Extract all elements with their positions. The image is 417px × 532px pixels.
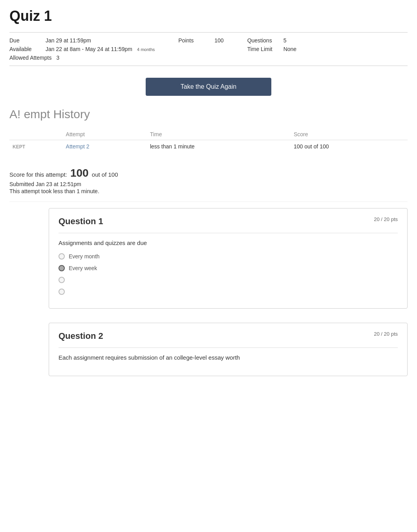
answer-label-q1-opt2: Every week <box>69 265 97 271</box>
questions-row: Questions 5 <box>247 37 296 44</box>
question-2-header: Question 2 20 / 20 pts <box>59 331 398 341</box>
available-value: Jan 22 at 8am - May 24 at 11:59pm <box>46 46 132 52</box>
q1-divider <box>59 233 398 233</box>
attempt-score-cell: 100 out of 100 <box>291 140 408 153</box>
available-row: Available Jan 22 at 8am - May 24 at 11:5… <box>9 46 155 52</box>
question-1-text: Assignments and quizzes are due <box>59 239 398 246</box>
attempt-history-table: Attempt Time Score KEPT Attempt 2 less t… <box>9 129 408 153</box>
points-label: Points <box>178 37 210 44</box>
answer-option-2: Every week <box>59 265 398 271</box>
question-2-title: Question 2 <box>59 331 103 341</box>
available-note: 4 months <box>137 47 155 52</box>
radio-q1-opt4 <box>59 289 65 295</box>
answer-label-q1-opt1: Every month <box>69 253 100 260</box>
question-1-title: Question 1 <box>59 216 103 227</box>
question-1-pts: 20 / 20 pts <box>374 216 398 222</box>
time-limit-label: Time Limit <box>247 46 279 52</box>
points-value: 100 <box>214 37 223 44</box>
questions-label: Questions <box>247 37 279 44</box>
attempt-detail-section: Score for this attempt: 100 out of 100 S… <box>9 161 408 202</box>
question-1-card: Question 1 20 / 20 pts Assignments and q… <box>49 208 408 309</box>
points-row: Points 100 <box>178 37 223 44</box>
submitted-info: Submitted Jan 23 at 12:51pm <box>9 181 408 187</box>
page-title: Quiz 1 <box>9 8 408 24</box>
attempt-time-cell: less than 1 minute <box>147 140 291 153</box>
due-row: Due Jan 29 at 11:59pm <box>9 37 155 44</box>
table-row: KEPT Attempt 2 less than 1 minute 100 ou… <box>9 140 408 153</box>
score-for-label: Score for this attempt: <box>9 171 67 178</box>
attempt-link-cell[interactable]: Attempt 2 <box>63 140 147 153</box>
col-header-time: Time <box>147 129 291 140</box>
retake-quiz-button[interactable]: Take the Quiz Again <box>146 78 271 96</box>
question-2-pts: 20 / 20 pts <box>374 331 398 337</box>
q2-divider <box>59 347 398 348</box>
attempt-history-title: A! empt History <box>9 108 408 121</box>
radio-q1-opt2 <box>59 265 65 271</box>
kept-label: KEPT <box>9 140 63 153</box>
question-1-wrapper: Correct! Question 1 20 / 20 pts Assignme… <box>9 208 408 309</box>
allowed-label: Allowed Attempts <box>9 55 51 61</box>
score-big-value: 100 <box>70 167 89 179</box>
radio-q1-opt3 <box>59 277 65 283</box>
quiz-info-section: Due Jan 29 at 11:59pm Available Jan 22 a… <box>9 32 408 66</box>
due-value: Jan 29 at 11:59pm <box>46 37 91 44</box>
allowed-value: 3 <box>56 55 59 61</box>
radio-q1-opt1 <box>59 253 65 260</box>
score-out-of: out of 100 <box>92 171 118 178</box>
question-2-wrapper: Question 2 20 / 20 pts Each assignment r… <box>9 318 408 381</box>
col-header-score: Score <box>291 129 408 140</box>
time-limit-row: Time Limit None <box>247 46 296 52</box>
answer-option-4 <box>59 289 398 295</box>
answer-option-3 <box>59 277 398 283</box>
duration-info: This attempt took less than 1 minute. <box>9 188 408 194</box>
question-2-text: Each assignment requires submission of a… <box>59 354 398 361</box>
table-header-row: Attempt Time Score <box>9 129 408 140</box>
question-2-card: Question 2 20 / 20 pts Each assignment r… <box>49 323 408 376</box>
attempt-score-line: Score for this attempt: 100 out of 100 <box>9 167 408 179</box>
due-label: Due <box>9 37 41 44</box>
questions-value: 5 <box>283 37 287 44</box>
col-header-attempt: Attempt <box>63 129 147 140</box>
question-1-header: Question 1 20 / 20 pts <box>59 216 398 227</box>
answer-option-1: Every month <box>59 253 398 260</box>
time-limit-value: None <box>283 46 296 52</box>
col-header-empty <box>9 129 63 140</box>
allowed-row: Allowed Attempts 3 <box>9 55 155 61</box>
available-label: Available <box>9 46 41 52</box>
